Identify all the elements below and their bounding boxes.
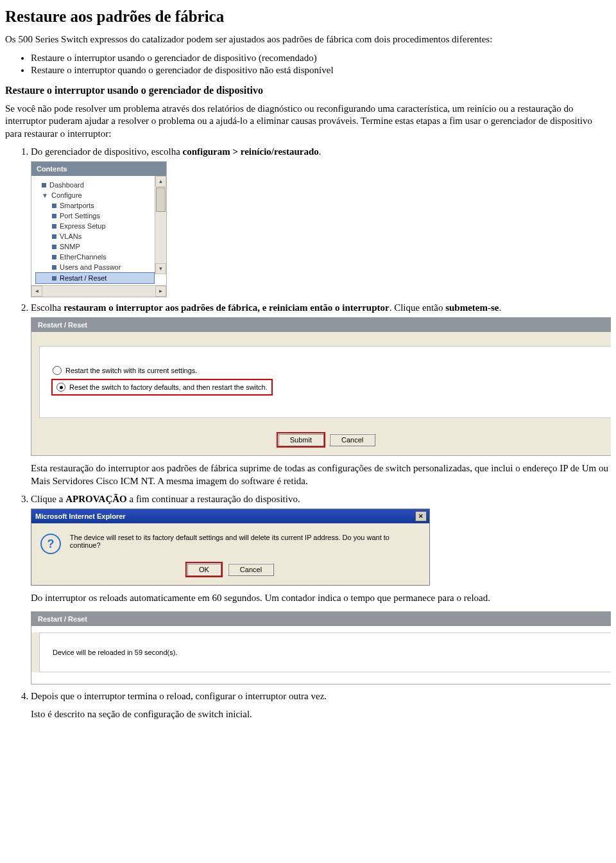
scroll-left-icon[interactable]: ◄ (31, 286, 42, 297)
option-label: Reset the switch to factory defaults, an… (69, 383, 268, 391)
dialog-body: ? The device will reset to its factory d… (31, 523, 429, 563)
scrollbar-horizontal[interactable]: ◄ ► (31, 285, 166, 297)
section-heading: Restaure o interruptor usando o gerencia… (5, 85, 611, 96)
cancel-button[interactable]: Cancel (329, 433, 375, 446)
step-note: Esta restauração do interruptor aos padr… (31, 462, 611, 487)
step-note: Isto é descrito na seção de configuração… (31, 708, 611, 721)
option-label: Restart the switch with its current sett… (65, 367, 197, 374)
tree-label: Smartports (60, 202, 94, 209)
selected-highlight: Reset the switch to factory defaults, an… (53, 380, 271, 394)
tree-label: Express Setup (60, 222, 106, 230)
bullet-icon (52, 224, 56, 229)
radio-dot-icon (60, 386, 63, 389)
option-reset-factory[interactable]: Reset the switch to factory defaults, an… (53, 380, 601, 394)
step-item: Clique a APROVAÇÃO a fim continuar a res… (31, 494, 611, 684)
tree-label: EtherChannels (60, 253, 107, 261)
step-bold: APROVAÇÃO (65, 494, 127, 504)
tree-label: Restart / Reset (60, 274, 107, 282)
step-text: Clique a (31, 494, 65, 504)
tree-item-snmp[interactable]: SNMP (35, 241, 155, 252)
tree-item-restart-reset[interactable]: Restart / Reset (35, 272, 155, 284)
tree-item-users-passwords[interactable]: Users and Passwor (35, 262, 155, 272)
scroll-up-icon[interactable]: ▲ (155, 176, 166, 187)
radio-icon[interactable] (53, 366, 62, 375)
procedure-list: Restaure o interruptor usando o gerencia… (5, 53, 611, 76)
bullet-icon (52, 234, 56, 239)
step-text: . (319, 146, 321, 157)
contents-panel: Contents ▲ ▼ Dashboard ▼Configure Smartp… (31, 161, 167, 297)
cancel-button[interactable]: Cancel (228, 563, 274, 576)
dialog-message: The device will reset to its factory def… (70, 534, 420, 549)
scroll-down-icon[interactable]: ▼ (155, 263, 166, 274)
bullet-icon (52, 214, 56, 218)
section-paragraph: Se você não pode resolver um problema at… (5, 103, 611, 141)
scrollbar-vertical[interactable]: ▲ ▼ (155, 176, 166, 274)
tree-item-dashboard[interactable]: Dashboard (35, 180, 155, 190)
close-icon[interactable]: ✕ (415, 511, 427, 521)
contents-tree: ▲ ▼ Dashboard ▼Configure Smartports Port… (31, 176, 166, 285)
dialog-button-row: OK Cancel (31, 563, 429, 585)
reload-message-box: Device will be reloaded in 59 second(s). (39, 632, 611, 672)
restart-reset-panel: Restart / Reset Restart the switch with … (31, 317, 611, 456)
steps-list: Do gerenciador de dispositivo, escolha c… (5, 146, 611, 720)
dialog-titlebar: Microsoft Internet Explorer ✕ (31, 509, 429, 523)
tree-label: Users and Passwor (60, 263, 121, 271)
tree-label: Port Settings (60, 212, 100, 220)
intro-paragraph: Os 500 Series Switch expressos do catali… (5, 33, 611, 46)
step-note: Do interruptor os reloads automaticament… (31, 592, 611, 605)
bullet-icon (52, 276, 56, 281)
list-item: Restaure o interruptor quando o gerencia… (31, 65, 611, 76)
tree-label: Configure (51, 191, 82, 199)
contents-title: Contents (37, 165, 67, 173)
expand-icon[interactable]: ▼ (42, 192, 48, 199)
scroll-thumb[interactable] (156, 187, 166, 212)
tree-item-etherchannels[interactable]: EtherChannels (35, 252, 155, 262)
tree-label: Dashboard (49, 181, 84, 189)
step-text: a fim continuar a restauração do disposi… (127, 494, 300, 504)
button-row: Submit Cancel (39, 433, 611, 446)
bullet-icon (52, 265, 56, 270)
tree-item-vlans[interactable]: VLANs (35, 231, 155, 241)
tree-item-port-settings[interactable]: Port Settings (35, 211, 155, 221)
submit-button[interactable]: Submit (278, 433, 324, 446)
panel-title: Restart / Reset (31, 318, 611, 332)
step-item: Depois que o interruptor termina o reloa… (31, 691, 611, 721)
step-item: Do gerenciador de dispositivo, escolha c… (31, 146, 611, 297)
ok-button[interactable]: OK (187, 563, 221, 576)
panel-title: Restart / Reset (31, 612, 611, 626)
bullet-icon (52, 255, 56, 259)
contents-header: Contents (31, 162, 166, 176)
options-box: Restart the switch with its current sett… (39, 346, 611, 418)
radio-icon[interactable] (56, 383, 65, 392)
bullet-icon (42, 183, 46, 187)
bullet-icon (52, 245, 56, 249)
tree-label: VLANs (60, 232, 81, 240)
step-bold: submetem-se (445, 302, 499, 313)
bullet-icon (52, 204, 56, 208)
option-restart-current[interactable]: Restart the switch with its current sett… (53, 366, 601, 375)
scroll-right-icon[interactable]: ► (155, 286, 166, 297)
panel-body: Restart the switch with its current sett… (31, 332, 611, 455)
dialog-title: Microsoft Internet Explorer (35, 512, 126, 520)
step-item: Escolha restauram o interruptor aos padr… (31, 302, 611, 487)
step-text: Do gerenciador de dispositivo, escolha (31, 146, 183, 157)
step-text: . Clique então (389, 302, 445, 313)
reload-message: Device will be reloaded in 59 second(s). (53, 649, 177, 656)
step-text: Escolha (31, 302, 64, 313)
question-icon: ? (40, 534, 61, 554)
step-bold: restauram o interruptor aos padrões de f… (64, 302, 389, 313)
tree-label: SNMP (60, 243, 80, 250)
tree-item-configure[interactable]: ▼Configure (35, 190, 155, 200)
list-item: Restaure o interruptor usando o gerencia… (31, 53, 611, 64)
reload-countdown-panel: Restart / Reset Device will be reloaded … (31, 611, 611, 684)
step-text: . (499, 302, 501, 313)
tree-item-smartports[interactable]: Smartports (35, 200, 155, 211)
tree-item-express-setup[interactable]: Express Setup (35, 221, 155, 231)
step-bold: configuram > reinício/restaurado (183, 146, 319, 157)
step-text: Depois que o interruptor termina o reloa… (31, 691, 327, 701)
ie-confirm-dialog: Microsoft Internet Explorer ✕ ? The devi… (31, 509, 430, 586)
page-title: Restaure aos padrões de fábrica (5, 8, 611, 26)
